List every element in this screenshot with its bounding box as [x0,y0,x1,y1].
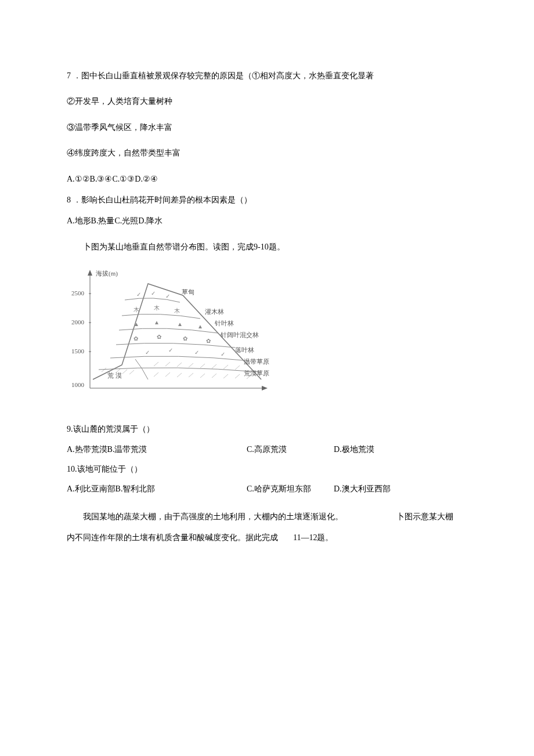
intro-9-10: 卜图为某山地垂直自然带谱分布图。读图，完成9-10题。 [67,241,470,254]
svg-line-30 [154,362,158,366]
svg-text:✿: ✿ [134,335,138,342]
q10-opt-d: D.澳大利亚西部 [334,484,421,494]
q10-opt-c: C.哈萨克斯坦东部 [247,484,334,494]
document-page: 7 ．图中长白山垂直植被景观保存较完整的原因是（①相对高度大，水热垂直变化显著 … [0,0,534,588]
q10-options: A.利比亚南部B.智利北部 C.哈萨克斯坦东部 D.澳大利亚西部 [67,484,470,494]
tick-2500: 2500 [71,290,85,296]
svg-line-40 [177,373,182,377]
q7-stmt4: ④纬度跨度大，自然带类型丰富 [67,147,470,160]
q9-opt-d: D.极地荒漠 [334,444,421,455]
zone-label-5: 落叶林 [235,346,254,353]
intro-1112-part2: 卜图示意某大棚 [380,511,470,523]
q7-stem: 7 ．图中长白山垂直植被景观保存较完整的原因是（①相对高度大，水热垂直变化显著 [67,70,470,82]
q8-stem: 8 ．影响长白山杜鹃花开时间差异的根本因素是（） [67,194,470,207]
svg-text:▲: ▲ [134,321,139,327]
tick-2000: 2000 [71,319,85,325]
q10-opt-ab: A.利比亚南部B.智利北部 [67,484,247,494]
intro-1112-line1: 我国某地的蔬菜大棚，由于高强度的土地利用，大棚内的土壤逐渐退化。 卜图示意某大棚 [67,511,470,523]
svg-text:✓: ✓ [151,290,156,296]
svg-text:✓: ✓ [221,351,225,357]
svg-text:✓: ✓ [165,293,170,299]
svg-text:▲: ▲ [197,323,203,330]
svg-text:▲: ▲ [177,321,183,327]
svg-line-32 [177,363,182,367]
q7-stmt2: ②开发早，人类培育大量树种 [67,95,470,108]
svg-line-44 [223,374,228,378]
svg-text:✓: ✓ [194,349,199,356]
mountain-zonation-figure: 海拔(m) 2500 2000 1500 1000 ✓✓✓ 木木木 ▲▲ [67,266,470,400]
svg-text:✓: ✓ [145,349,150,356]
q9-stem: 9.该山麓的荒漠属于（） [67,423,470,436]
zone-label-4: 针阔叶混交林 [220,331,259,338]
svg-text:✿: ✿ [183,335,187,342]
svg-marker-1 [88,270,92,276]
intro-1112-part3: 内不同连作年限的土壤有机质含量和酸碱度变化。据此完成 [67,531,282,544]
svg-line-25 [102,368,106,372]
svg-text:▲: ▲ [154,319,160,325]
zone-label-2: 灌木林 [205,308,224,315]
svg-line-38 [154,372,158,377]
q9-opt-ab: A.热带荒漠B.温带荒漠 [67,444,247,455]
svg-line-43 [212,374,217,378]
zone-label-6: 温带草原 [244,358,269,365]
svg-text:木: 木 [174,308,180,314]
svg-line-33 [189,363,193,367]
svg-text:✿: ✿ [206,338,211,344]
svg-line-42 [200,374,205,378]
q9-options: A.热带荒漠B.温带荒漠 C.高原荒漠 D.极地荒漠 [67,444,470,455]
q8-options: A.地形B.热量C.光照D.降水 [67,215,470,227]
intro-1112-line2: 内不同连作年限的土壤有机质含量和酸碱度变化。据此完成 11—12题。 [67,531,470,544]
svg-line-34 [200,364,205,368]
svg-text:✿: ✿ [157,334,161,340]
svg-line-36 [223,365,228,369]
svg-line-41 [189,373,193,377]
q10-stem: 10.该地可能位于（） [67,463,470,476]
q7-options: A.①②B.③④C.①③D.②④ [67,173,470,186]
q9-opt-c: C.高原荒漠 [247,444,334,455]
zone-label-7: 荒漠草原 [244,370,269,377]
svg-text:✓: ✓ [136,291,141,298]
svg-marker-3 [262,386,268,390]
svg-line-45 [235,374,240,378]
svg-line-28 [122,370,127,374]
svg-line-31 [165,362,170,366]
tick-1000: 1000 [71,381,85,388]
svg-text:木: 木 [154,305,160,311]
svg-text:✓: ✓ [168,347,173,353]
svg-text:木: 木 [134,306,139,313]
intro-1112-part1: 我国某地的蔬菜大棚，由于高强度的土地利用，大棚内的土壤逐渐退化。 [67,511,369,523]
zone-label-3: 针叶林 [214,320,234,327]
zone-label-8: 荒 漠 [107,372,122,379]
svg-line-37 [235,366,240,370]
y-axis-label: 海拔(m) [96,270,118,277]
svg-line-35 [212,364,217,368]
tick-1500: 1500 [71,348,85,355]
intro-1112-part4: 11—12题。 [293,531,470,544]
q7-stmt3: ③温带季风气候区，降水丰富 [67,121,470,134]
svg-line-39 [165,372,170,377]
zone-label-1: 草甸 [182,288,194,295]
svg-line-29 [129,370,134,374]
